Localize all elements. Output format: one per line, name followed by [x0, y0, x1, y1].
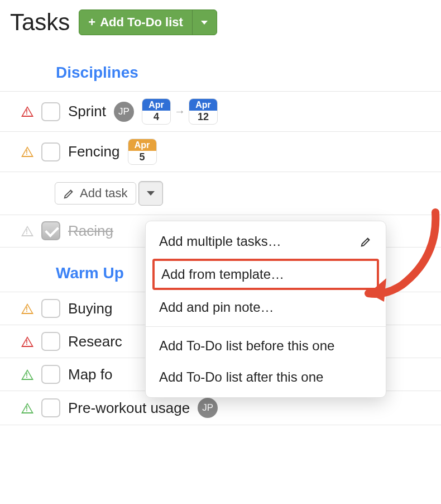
- task-checkbox[interactable]: [41, 398, 60, 417]
- task-checkbox-checked[interactable]: [41, 221, 60, 240]
- task-checkbox[interactable]: [41, 365, 60, 384]
- task-row[interactable]: Sprint JP Apr 4 → Apr 12: [0, 91, 441, 132]
- date-pill: Apr 5: [128, 139, 157, 165]
- date-single[interactable]: Apr 5: [128, 139, 157, 165]
- add-todo-button-group: + Add To-Do list: [79, 9, 217, 35]
- add-task-dropdown: Add multiple tasks… Add from template… A…: [145, 221, 386, 398]
- date-range[interactable]: Apr 4 → Apr 12: [142, 98, 218, 125]
- warning-icon: [21, 336, 33, 347]
- task-name[interactable]: Sprint: [68, 103, 106, 120]
- task-name[interactable]: Buying: [68, 300, 113, 317]
- pencil-icon: [360, 235, 372, 248]
- dropdown-item-pin-note[interactable]: Add and pin note…: [146, 292, 386, 323]
- caret-down-icon: [147, 191, 155, 196]
- date-end-pill: Apr 12: [189, 98, 218, 125]
- add-task-button[interactable]: Add task: [55, 182, 136, 205]
- warning-icon: [21, 106, 33, 117]
- add-todo-label: Add To-Do list: [100, 15, 183, 30]
- task-checkbox[interactable]: [41, 299, 60, 318]
- warning-icon: [21, 303, 33, 314]
- add-task-row: Add task: [0, 172, 441, 215]
- add-task-caret-button[interactable]: [138, 181, 163, 206]
- arrow-right-icon: →: [174, 105, 185, 118]
- task-checkbox[interactable]: [41, 142, 60, 161]
- date-start-pill: Apr 4: [142, 98, 171, 125]
- dropdown-item-before[interactable]: Add To-Do list before this one: [146, 330, 386, 362]
- task-name[interactable]: Racing: [68, 222, 113, 240]
- caret-down-icon: [201, 21, 208, 25]
- section-title-disciplines[interactable]: Disciplines: [0, 47, 441, 92]
- task-checkbox[interactable]: [41, 332, 60, 351]
- dropdown-divider: [146, 326, 386, 327]
- pencil-icon: [63, 187, 75, 199]
- warning-icon: [21, 226, 33, 236]
- task-name[interactable]: Pre-workout usage: [68, 400, 190, 417]
- warning-icon: [21, 369, 33, 380]
- warning-icon: [21, 403, 33, 413]
- avatar[interactable]: JP: [114, 102, 134, 122]
- dropdown-item-template[interactable]: Add from template…: [152, 259, 379, 290]
- dropdown-item-after[interactable]: Add To-Do list after this one: [146, 362, 386, 393]
- add-task-label: Add task: [80, 186, 128, 201]
- avatar[interactable]: JP: [198, 398, 218, 418]
- task-name[interactable]: Researc: [68, 333, 122, 350]
- page-title: Tasks: [10, 9, 70, 36]
- dropdown-item-multiple[interactable]: Add multiple tasks…: [146, 226, 386, 257]
- warning-icon: [21, 146, 33, 157]
- task-row[interactable]: Fencing Apr 5: [0, 131, 441, 172]
- task-name[interactable]: Fencing: [68, 143, 120, 160]
- add-todo-button[interactable]: + Add To-Do list: [79, 10, 192, 35]
- task-checkbox[interactable]: [41, 102, 60, 121]
- add-todo-caret-button[interactable]: [192, 10, 217, 35]
- task-name[interactable]: Map fo: [68, 366, 113, 383]
- plus-icon: +: [88, 15, 95, 30]
